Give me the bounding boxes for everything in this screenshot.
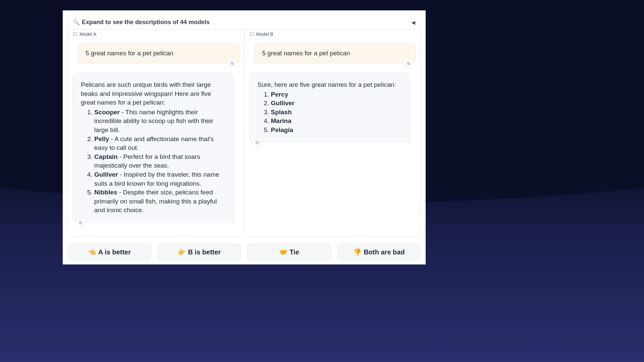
response-a: Pelicans are such unique birds with thei…: [72, 73, 234, 223]
copy-icon: [255, 140, 260, 145]
vote-b-better-button[interactable]: 👉B is better: [157, 244, 241, 260]
list-item: Gulliver: [271, 99, 402, 108]
list-item: Captain - Perfect for a bird that soars …: [94, 153, 226, 170]
list-item: Splash: [271, 108, 402, 117]
copy-icon: [406, 61, 411, 66]
model-b-label: Model B: [256, 32, 273, 37]
response-b: Sure, here are five great names for a pe…: [249, 73, 411, 142]
list-item: Gulliver - Inspired by the traveler, thi…: [94, 170, 226, 188]
compare-area: Model A 5 great names for a pet pelican …: [67, 29, 421, 237]
model-a-label: Model A: [79, 32, 97, 37]
copy-prompt-b-button[interactable]: [404, 59, 413, 68]
response-a-wrap: Pelicans are such unique birds with thei…: [72, 73, 239, 223]
model-b-tag: Model B: [245, 29, 278, 39]
response-b-wrap: Sure, here are five great names for a pe…: [249, 73, 416, 142]
list-item: Nibbles - Despite their size, pelicans f…: [94, 188, 226, 215]
thumbs-down-icon: 👎: [353, 248, 362, 256]
magnify-icon: 🔍: [73, 19, 80, 25]
copy-response-b-button[interactable]: [253, 138, 262, 147]
chevron-left-icon: ◀: [412, 20, 415, 25]
copy-icon: [230, 61, 234, 66]
response-b-list: Percy Gulliver Splash Marina Pelagia: [258, 90, 402, 135]
response-a-list: Scooper - This name highlights their inc…: [81, 108, 226, 215]
prompt-a: 5 great names for a pet pelican: [78, 43, 239, 63]
expand-label: Expand to see the descriptions of 44 mod…: [82, 19, 210, 26]
copy-response-a-button[interactable]: [76, 218, 85, 227]
chat-icon: [250, 32, 254, 37]
point-right-icon: 👉: [178, 248, 186, 256]
copy-icon: [78, 220, 83, 225]
point-left-icon: 👈: [88, 248, 96, 256]
list-item: Pelagia: [271, 126, 402, 135]
response-a-intro: Pelicans are such unique birds with thei…: [81, 80, 226, 107]
vote-row: 👈A is better 👉B is better 🤝Tie 👎Both are…: [63, 237, 426, 264]
response-b-intro: Sure, here are five great names for a pe…: [258, 80, 402, 89]
list-item: Scooper - This name highlights their inc…: [94, 108, 226, 135]
column-model-b: Model B 5 great names for a pet pelican …: [244, 29, 421, 237]
column-model-a: Model A 5 great names for a pet pelican …: [68, 29, 244, 237]
list-item: Percy: [271, 90, 402, 99]
vote-tie-button[interactable]: 🤝Tie: [247, 244, 331, 260]
prompt-a-wrap: 5 great names for a pet pelican: [72, 43, 239, 63]
vote-both-bad-button[interactable]: 👎Both are bad: [337, 244, 421, 260]
prompt-b-wrap: 5 great names for a pet pelican: [249, 43, 416, 63]
list-item: Marina: [271, 117, 402, 126]
handshake-icon: 🤝: [279, 248, 287, 256]
list-item: Pelly - A cute and affectionate name tha…: [94, 135, 226, 153]
expand-models-row[interactable]: 🔍 Expand to see the descriptions of 44 m…: [67, 15, 421, 29]
arena-panel: 🔍 Expand to see the descriptions of 44 m…: [63, 10, 426, 264]
copy-prompt-a-button[interactable]: [227, 59, 237, 68]
model-a-tag: Model A: [68, 29, 102, 39]
vote-a-better-button[interactable]: 👈A is better: [67, 244, 151, 260]
prompt-b: 5 great names for a pet pelican: [255, 43, 416, 63]
chat-icon: [73, 32, 77, 37]
